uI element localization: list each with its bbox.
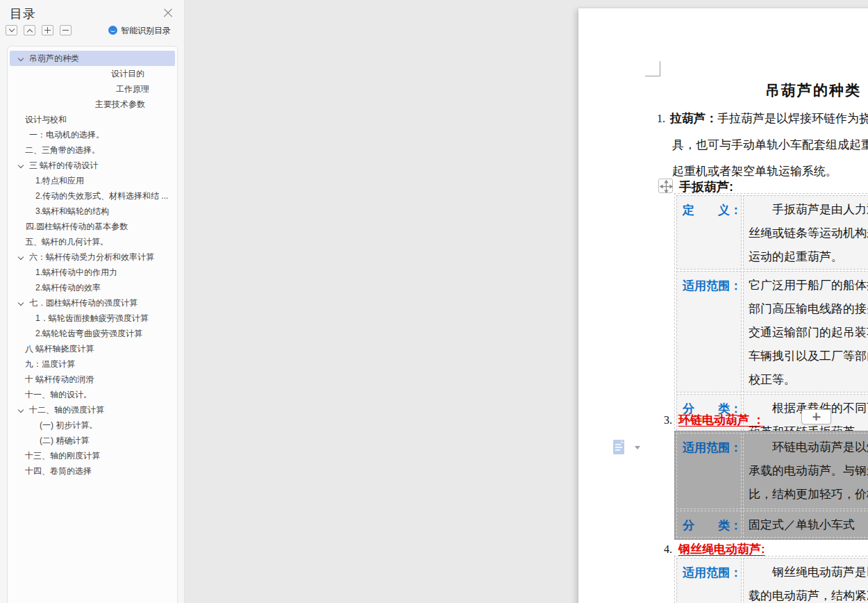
collapse-level-button[interactable] (24, 25, 35, 35)
move-handle-icon[interactable] (658, 179, 673, 193)
toc-item-label: 一：电动机的选择。 (10, 127, 175, 142)
table-label-cell[interactable]: 适用范围： (676, 271, 742, 393)
toc-item[interactable]: 设计与校和 (10, 112, 175, 127)
paragraph-item-1[interactable]: 1.拉葫芦：手拉葫芦是以焊接环链作为挠性承载件的起重工具，也可与手动单轨小车配套… (657, 106, 868, 185)
toc-item-label: 二、三角带的选择。 (10, 142, 175, 158)
toc-item[interactable]: 1．蜗轮齿面接触疲劳强度计算 (10, 311, 175, 326)
toc-item-label: 2.蜗杆传动的效率 (10, 280, 175, 295)
toc-item[interactable]: 2.传动的失效形式、材料选择和结 ... (10, 188, 175, 204)
toc-item-label: 吊葫芦的种类 (10, 51, 175, 66)
toc-item[interactable]: 七．圆柱蜗杆传动的强度计算 (10, 295, 175, 311)
toc-item-label: 主要技术参数 (10, 97, 175, 112)
toc-item[interactable]: 五、蜗杆的几何计算。 (10, 234, 175, 249)
toc-list: 吊葫芦的种类设计目的工作原理主要技术参数设计与校和一：电动机的选择。二、三角带的… (7, 46, 178, 603)
term-label: 拉葫芦： (670, 112, 717, 125)
list-number: 3. (664, 414, 672, 426)
toc-item[interactable]: 九：温度计算 (10, 356, 175, 372)
toc-item[interactable]: (二) 精确计算 (10, 433, 175, 448)
table-text-cell[interactable]: 固定式／单轨小车式 (743, 511, 868, 538)
table-label-cell[interactable]: 适用范围： (676, 433, 742, 509)
toc-panel-title: 目录 (10, 6, 36, 22)
toc-item-label: 九：温度计算 (10, 356, 175, 372)
toc-item-label: (二) 精确计算 (10, 433, 175, 448)
toc-item[interactable]: 1.特点和应用 (10, 173, 175, 188)
table-label-cell[interactable]: 适用范围： (676, 558, 742, 603)
toc-item[interactable]: 吊葫芦的种类 (10, 51, 175, 66)
toc-item-label: 工作原理 (10, 81, 175, 97)
chevron-up-icon (27, 29, 33, 35)
toc-item[interactable]: 1.蜗杆传动中的作用力 (10, 265, 175, 280)
toc-item[interactable]: 十二、轴的强度计算 (10, 402, 175, 418)
smart-recognize-label: 智能识别目录 (121, 26, 171, 35)
minus-icon (62, 30, 69, 31)
table-label-cell[interactable]: 定 义： (676, 195, 742, 270)
close-icon[interactable] (163, 8, 173, 18)
table-text-cell[interactable]: 环链电动葫芦是以焊接园环链作为承载的电动葫芦。与钢丝绳电动葫芦相比，结构更加轻巧… (743, 433, 868, 509)
toc-item[interactable]: 3.蜗杆和蜗轮的结构 (10, 204, 175, 219)
toc-item[interactable]: 十三、轴的刚度计算 (10, 448, 175, 463)
toc-item-label: 十 蜗杆传动的润滑 (10, 372, 175, 387)
table-label-cell[interactable]: 分 类： (676, 511, 742, 538)
margin-mark-top-left (645, 61, 660, 76)
paste-options-button[interactable] (612, 439, 642, 457)
table-hand-lever-hoist[interactable]: 定 义：手扳葫芦是由人力通过手柄扳动钢丝绳或链条等运动机构来带动取物装置运动的起… (674, 193, 868, 447)
toc-item-label: 设计目的 (10, 66, 175, 81)
list-number: 4. (664, 543, 672, 555)
add-row-bottom-button[interactable] (801, 409, 831, 424)
toc-item[interactable]: (一) 初步计算。 (10, 418, 175, 433)
document-title[interactable]: 吊葫芦的种类 (657, 81, 868, 100)
table-text-cell[interactable]: 钢丝绳电动葫芦是以钢丝绳作为承载的电动葫芦，结构紧凑、自身轻、效率高、操 (743, 558, 868, 603)
heading-text-red: 钢丝绳电动葫芦: (678, 543, 765, 556)
toc-item[interactable]: 2.蜗杆传动的效率 (10, 280, 175, 295)
ai-assistant-icon (108, 26, 117, 35)
toc-item[interactable]: 八 蜗杆轴挠度计算 (10, 341, 175, 356)
document-page[interactable]: 吊葫芦的种类 1.拉葫芦：手拉葫芦是以焊接环链作为挠性承载件的起重工具，也可与手… (578, 8, 868, 603)
toc-item-label: 1．蜗轮齿面接触疲劳强度计算 (10, 311, 175, 326)
chevron-down-icon (9, 26, 15, 32)
toc-item[interactable]: 四.圆柱蜗杆传动的基本参数 (10, 219, 175, 234)
table-text-cell[interactable]: 手扳葫芦是由人力通过手柄扳动钢丝绳或链条等运动机构来带动取物装置运动的起重葫芦。 (743, 195, 868, 270)
table-row: 分 类：固定式／单轨小车式 (676, 511, 868, 538)
collapse-all-button[interactable] (60, 25, 72, 35)
toc-item-label: 三 蜗杆的传动设计 (10, 158, 175, 173)
toc-item-label: 3.蜗杆和蜗轮的结构 (10, 204, 175, 219)
expand-all-button[interactable] (42, 25, 53, 35)
toc-item-label: 四.圆柱蜗杆传动的基本参数 (10, 219, 175, 234)
document-workspace: 吊葫芦的种类 1.拉葫芦：手拉葫芦是以焊接环链作为挠性承载件的起重工具，也可与手… (185, 0, 868, 603)
toc-item-label: 十三、轴的刚度计算 (10, 448, 175, 463)
toc-item-label: 1.蜗杆传动中的作用力 (10, 265, 175, 280)
toc-item[interactable]: 六：蜗杆传动受力分析和效率计算 (10, 249, 175, 265)
toc-item[interactable]: 三 蜗杆的传动设计 (10, 158, 175, 173)
heading-item-3[interactable]: 3.环链电动葫芦 ： (664, 412, 765, 429)
table-row: 适用范围：它广泛用于船厂的船体拼装焊接，电力部门高压输电线路的接头拉紧，农林、交… (676, 271, 868, 393)
toc-item[interactable]: 二、三角带的选择。 (10, 142, 175, 158)
toc-item-label: 六：蜗杆传动受力分析和效率计算 (10, 249, 175, 265)
toc-panel: 目录 智能识别目录 吊葫芦的种类设计目的工作原理主要技术参数设计与校和一：电动机… (0, 0, 185, 603)
toc-item[interactable]: 一：电动机的选择。 (10, 127, 175, 142)
list-number: 1. (657, 113, 665, 124)
table-row: 适用范围：环链电动葫芦是以焊接园环链作为承载的电动葫芦。与钢丝绳电动葫芦相比，结… (676, 433, 868, 509)
toc-item-label: 1.特点和应用 (10, 173, 175, 188)
toc-item-label: 十一、轴的设计。 (10, 387, 175, 402)
toc-item-label: 2.传动的失效形式、材料选择和结 ... (10, 188, 175, 204)
chevron-down-icon (635, 446, 640, 449)
toc-item-label: 八 蜗杆轴挠度计算 (10, 341, 175, 356)
toc-item[interactable]: 十一、轴的设计。 (10, 387, 175, 402)
smart-recognize-toc-button[interactable]: 智能识别目录 (108, 25, 171, 36)
table-row: 适用范围：钢丝绳电动葫芦是以钢丝绳作为承载的电动葫芦，结构紧凑、自身轻、效率高、… (676, 558, 868, 603)
table-text-cell[interactable]: 它广泛用于船厂的船体拼装焊接，电力部门高压输电线路的接头拉紧，农林、交通运输部门… (743, 271, 868, 393)
toc-item[interactable]: 十 蜗杆传动的润滑 (10, 372, 175, 387)
expand-level-button[interactable] (6, 25, 17, 35)
toc-item[interactable]: 工作原理 (10, 81, 175, 97)
toc-item[interactable]: 主要技术参数 (10, 97, 175, 112)
toc-item[interactable]: 2.蜗轮轮齿弯曲疲劳强度计算 (10, 326, 175, 341)
toc-toolbar: 智能识别目录 (6, 25, 179, 36)
table-chain-electric-hoist[interactable]: 适用范围：环链电动葫芦是以焊接园环链作为承载的电动葫芦。与钢丝绳电动葫芦相比，结… (674, 431, 868, 540)
toc-item[interactable]: 设计目的 (10, 66, 175, 81)
plus-icon (44, 30, 51, 31)
toc-item-label: 十二、轴的强度计算 (10, 402, 175, 418)
table-wire-rope-electric-hoist[interactable]: 适用范围：钢丝绳电动葫芦是以钢丝绳作为承载的电动葫芦，结构紧凑、自身轻、效率高、… (674, 556, 868, 603)
toc-item[interactable]: 十四、卷筒的选择 (10, 463, 175, 479)
toc-item-label: 十四、卷筒的选择 (10, 463, 175, 479)
toc-item-label: (一) 初步计算。 (10, 418, 175, 433)
